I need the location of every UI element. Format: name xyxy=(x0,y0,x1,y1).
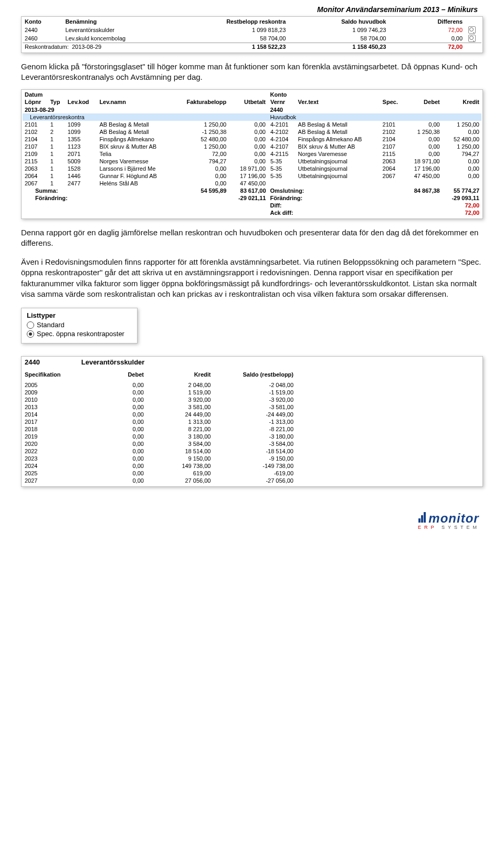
logo-text: monitor xyxy=(428,511,479,526)
t3-h-spec: Specifikation xyxy=(23,371,79,378)
table-row: 20220,0018 514,00-18 514,00 xyxy=(23,447,296,455)
table-row: 20200,003 584,00-3 584,00 xyxy=(23,440,296,447)
table-row: 20130,003 581,00-3 581,00 xyxy=(23,403,296,411)
radio-standard[interactable]: Standard xyxy=(27,321,132,329)
paragraph-2a: Denna rapport gör en daglig jämförelse m… xyxy=(0,225,504,255)
t1-footer-label: Reskontradatum: xyxy=(25,44,69,50)
t1-h-diff: Differens xyxy=(388,18,465,26)
table-row: 20100,003 920,00-3 920,00 xyxy=(23,396,296,403)
spec-table: 2440 Leverantörsskulder Specifikation De… xyxy=(23,358,296,484)
table-row: 20190,003 180,00-3 180,00 xyxy=(23,433,296,440)
page-footer: monitor ERP SYSTEM xyxy=(0,493,504,535)
t2-diff-val: 72,00 xyxy=(442,202,481,209)
table-row: 2440Leverantörsskulder1 099 818,231 099 … xyxy=(23,26,481,34)
logo-bars-icon xyxy=(418,511,426,526)
table-row: 20270,0027 056,00-27 056,00 xyxy=(23,477,296,484)
table-row: 2460Lev.skuld koncernbolag58 704,0058 70… xyxy=(23,34,481,43)
magnify-icon[interactable] xyxy=(468,35,476,42)
t3-h-kre: Kredit xyxy=(146,371,213,378)
table-row: 20090,001 519,00-1 519,00 xyxy=(23,389,296,396)
radio-off-icon xyxy=(27,321,34,329)
t2-ack-label: Ack diff: xyxy=(268,209,381,216)
t2-oms-label: Omslutning: xyxy=(268,187,381,194)
differens-table-box: Konto Benämning Restbelopp reskontra Sal… xyxy=(21,16,483,53)
page-header: Monitor Användarseminarium 2013 – Miniku… xyxy=(0,0,504,16)
t2-left-super: Datum xyxy=(25,91,43,98)
t2-lh-ut: Utbetalt xyxy=(228,98,268,106)
t2-lh-kod: Lev.kod xyxy=(66,98,98,106)
table-row: 206311528Larssons i Bjärred Me0,0018 971… xyxy=(23,165,481,172)
paragraph-2b: Även i Redovisningsmodulen finns rapport… xyxy=(0,255,504,306)
t2-for-val: -29 093,11 xyxy=(442,194,481,202)
table-row: 206411446Gunnar F. Höglund AB0,0017 196,… xyxy=(23,172,481,180)
daily-compare-table: Datum Konto Löpnr Typ Lev.kod Lev.namn F… xyxy=(23,91,481,216)
t2-oms-deb: 84 867,38 xyxy=(405,187,442,194)
monitor-logo: monitor ERP SYSTEM xyxy=(415,511,483,530)
t3-h-saldo: Saldo (restbelopp) xyxy=(213,371,296,378)
t2-sumleft-fb: 54 595,89 xyxy=(174,187,228,194)
t2-chgleft-val: -29 021,11 xyxy=(228,194,268,202)
magnify-icon[interactable] xyxy=(468,26,476,34)
radio-spec-oppna[interactable]: Spec. öppna reskontraposter xyxy=(27,330,132,338)
t3-konto: 2440 xyxy=(23,358,79,367)
t2-rh-kre: Kredit xyxy=(442,98,481,106)
logo-sub2: SYSTEM xyxy=(442,525,480,530)
t2-sumleft-ut: 83 617,00 xyxy=(228,187,268,194)
t2-rh-text: Ver.text xyxy=(296,98,381,106)
listtyper-box: Listtyper Standard Spec. öppna reskontra… xyxy=(21,308,138,343)
t2-konto: 2440 xyxy=(268,106,482,113)
t2-date: 2013-08-29 xyxy=(23,106,268,113)
t3-h-deb: Debet xyxy=(79,371,146,378)
t1-footer-date: 2013-08-29 xyxy=(72,44,101,50)
t1-h-konto: Konto xyxy=(23,18,63,26)
t2-right-label: Huvudbok xyxy=(268,113,482,121)
t1-footer-saldo: 1 158 450,23 xyxy=(288,43,388,51)
logo-sub1: ERP xyxy=(418,525,437,530)
t2-ack-val: 72,00 xyxy=(442,209,481,216)
table-row: 20230,009 150,00-9 150,00 xyxy=(23,455,296,462)
t2-for-label: Förändring: xyxy=(268,194,381,202)
t1-footer-diff: 72,00 xyxy=(388,43,465,51)
t2-lh-typ: Typ xyxy=(48,98,66,106)
table-row: 210912071Telia72,000,004-2115Norges Vare… xyxy=(23,150,481,158)
listtyper-title: Listtyper xyxy=(27,311,132,319)
table-row: 211515009Norges Varemesse794,270,005-35U… xyxy=(23,158,481,165)
t2-rh-deb: Debet xyxy=(405,98,442,106)
table-row: 210221099AB Beslag & Metall-1 250,380,00… xyxy=(23,128,481,136)
radio-spec-label: Spec. öppna reskontraposter xyxy=(37,330,124,338)
daily-compare-box: Datum Konto Löpnr Typ Lev.kod Lev.namn F… xyxy=(21,89,483,219)
t3-benamning: Leverantörsskulder xyxy=(79,358,296,367)
table-row: 210711123BIX skruv & Mutter AB1 250,000,… xyxy=(23,143,481,150)
t2-rh-spec: Spec. xyxy=(381,98,405,106)
t1-h-benamning: Benämning xyxy=(63,18,187,26)
t2-diff-label: Diff: xyxy=(268,202,381,209)
spec-table-box: 2440 Leverantörsskulder Specifikation De… xyxy=(21,356,483,487)
radio-on-icon xyxy=(27,330,34,338)
t1-h-rest: Restbelopp reskontra xyxy=(187,18,288,26)
table-row: 20250,00619,00-619,00 xyxy=(23,470,296,477)
table-row: 20170,001 313,00-1 313,00 xyxy=(23,418,296,425)
table-row: 20240,00149 738,00-149 738,00 xyxy=(23,462,296,470)
t2-oms-kre: 55 774,27 xyxy=(442,187,481,194)
t2-lh-namn: Lev.namn xyxy=(97,98,174,106)
t2-rh-vernr: Vernr xyxy=(268,98,296,106)
t2-sumleft-label: Summa: xyxy=(23,187,174,194)
t2-lh-fb: Fakturabelopp xyxy=(174,98,228,106)
t2-lh-lopnr: Löpnr xyxy=(23,98,48,106)
t2-right-super: Konto xyxy=(270,91,287,98)
t2-chgleft-label: Förändring: xyxy=(23,194,174,202)
table-row: 20050,002 048,00-2 048,00 xyxy=(23,381,296,389)
radio-standard-label: Standard xyxy=(37,321,65,329)
table-row: 210411355Finspångs Allmekano52 480,000,0… xyxy=(23,136,481,143)
t2-left-label: Leverantörsreskontra xyxy=(23,113,268,121)
table-row: 20140,0024 449,00-24 449,00 xyxy=(23,411,296,418)
differens-table: Konto Benämning Restbelopp reskontra Sal… xyxy=(23,18,481,50)
table-row: 206712477Heléns Stål AB0,0047 450,00 xyxy=(23,180,481,187)
t1-footer-rest: 1 158 522,23 xyxy=(187,43,288,51)
t1-h-saldo: Saldo huvudbok xyxy=(288,18,388,26)
table-row: 20180,008 221,00-8 221,00 xyxy=(23,425,296,433)
table-row: 210111099AB Beslag & Metall1 250,000,004… xyxy=(23,121,481,128)
paragraph-1: Genom klicka på "förstoringsglaset" till… xyxy=(0,59,504,89)
